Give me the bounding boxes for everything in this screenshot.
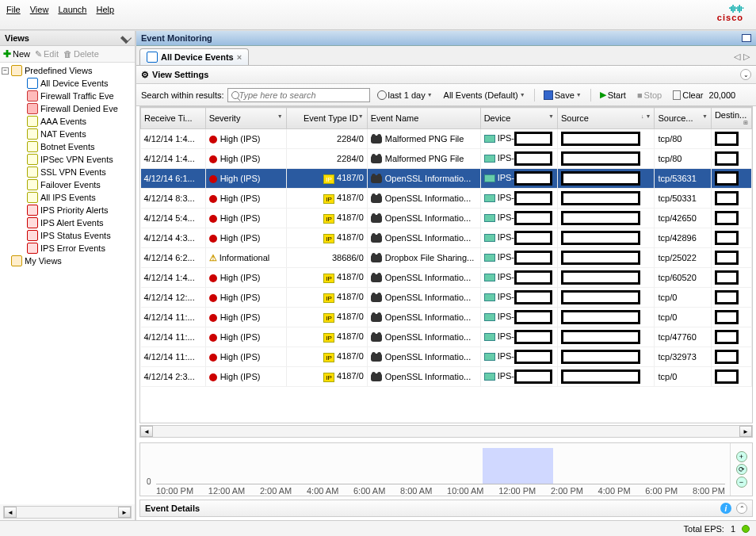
collapse-view-settings-icon[interactable]: ⌄ <box>740 69 751 80</box>
views-hscroll[interactable]: ◄► <box>3 506 132 519</box>
timeline-tick-label: 8:00 PM <box>693 486 725 496</box>
timeline-tick-label: 12:00 AM <box>208 486 245 496</box>
tree-item[interactable]: IPSec VPN Events <box>0 153 135 166</box>
timeline-tick-label: 2:00 AM <box>260 486 292 496</box>
column-picker-icon: ⊞ <box>743 120 748 126</box>
timeline-tick-label: 10:00 AM <box>447 486 483 496</box>
timeline-reset-icon[interactable]: ⟳ <box>736 464 747 475</box>
tree-item[interactable]: AAA Events <box>0 115 135 128</box>
expand-details-icon[interactable]: ⌃ <box>736 503 747 514</box>
col-source[interactable]: Source↓ ▼ <box>558 108 655 129</box>
timeline-tick-label: 4:00 AM <box>307 486 338 496</box>
search-icon <box>231 91 239 99</box>
menu-view[interactable]: View <box>30 5 49 14</box>
trash-icon <box>673 90 681 100</box>
my-views-node[interactable]: My Views <box>0 255 135 267</box>
edit-view-button[interactable]: ✎Edit <box>35 49 59 59</box>
table-row[interactable]: 4/12/14 6:2...⚠ Informational38686/0Drop… <box>141 248 752 268</box>
save-icon <box>544 90 553 100</box>
timeline-tick-label: 6:00 AM <box>353 486 385 496</box>
tree-item[interactable]: All Device Events <box>0 77 135 90</box>
tree-item[interactable]: IPS Priority Alerts <box>0 204 135 216</box>
tree-item[interactable]: Failover Events <box>0 178 135 191</box>
search-input[interactable] <box>239 90 366 100</box>
views-tree: −Predefined Views All Device EventsFirew… <box>0 63 135 504</box>
device-icon <box>484 234 495 242</box>
table-row[interactable]: 4/12/14 2:3...High (IPS)IP4187/0OpenSSL … <box>141 367 752 387</box>
info-icon[interactable]: i <box>720 503 731 514</box>
binoculars-icon <box>371 334 382 342</box>
tab-next-icon[interactable]: ▷ <box>743 52 750 62</box>
panel-window-icon[interactable] <box>742 34 751 42</box>
tree-item[interactable]: IPS Alert Events <box>0 216 135 229</box>
tab-prev-icon[interactable]: ◁ <box>734 52 740 62</box>
gear-icon: ⚙ <box>141 70 149 80</box>
new-view-button[interactable]: ✚New <box>3 48 30 59</box>
timeline-zoom-in-icon[interactable]: + <box>736 451 747 462</box>
tree-item[interactable]: IPS Error Events <box>0 242 135 255</box>
table-row[interactable]: 4/12/14 8:3...High (IPS)IP4187/0OpenSSL … <box>141 189 752 209</box>
col-receive-time[interactable]: Receive Ti... <box>141 108 206 129</box>
start-button[interactable]: ▶ Start <box>596 87 630 102</box>
save-button[interactable]: Save▼ <box>540 88 586 102</box>
status-led-icon <box>742 525 750 533</box>
device-icon <box>484 293 495 301</box>
menu-help[interactable]: Help <box>96 5 114 14</box>
play-icon: ▶ <box>600 90 606 100</box>
tab-all-device-events[interactable]: All Device Events × <box>139 48 249 65</box>
table-row[interactable]: 4/12/14 4:3...High (IPS)IP4187/0OpenSSL … <box>141 228 752 248</box>
table-row[interactable]: 4/12/14 1:4...High (IPS)IP4187/0OpenSSL … <box>141 268 752 288</box>
table-row[interactable]: 4/12/14 11:...High (IPS)IP4187/0OpenSSL … <box>141 308 752 327</box>
pin-icon[interactable] <box>120 33 132 44</box>
filter-dropdown[interactable]: All Events (Default)▼ <box>440 88 529 102</box>
stop-button[interactable]: ■ Stop <box>633 88 666 102</box>
binoculars-icon <box>371 175 382 183</box>
col-source-service[interactable]: Source...▼ <box>655 108 711 129</box>
events-grid[interactable]: Receive Ti... Severity▼ Event Type ID▼ E… <box>139 106 753 423</box>
grid-hscroll[interactable]: ◄► <box>139 425 753 438</box>
timeline[interactable]: 0 10:00 PM12:00 AM2:00 AM4:00 AM6:00 AM8… <box>139 442 753 496</box>
table-row[interactable]: 4/12/14 1:4...High (IPS)2284/0Malformed … <box>141 149 752 169</box>
tree-item[interactable]: IPS Status Events <box>0 229 135 242</box>
time-range-dropdown[interactable]: last 1 day▼ <box>373 88 437 102</box>
total-eps-value: 1 <box>731 524 735 534</box>
binoculars-icon <box>371 195 382 203</box>
device-icon <box>484 214 495 222</box>
delete-view-button[interactable]: 🗑Delete <box>63 49 99 59</box>
timeline-tick-label: 12:00 PM <box>498 486 536 496</box>
table-row[interactable]: 4/12/14 12:...High (IPS)IP4187/0OpenSSL … <box>141 288 752 308</box>
close-tab-icon[interactable]: × <box>237 52 242 62</box>
tree-item[interactable]: Botnet Events <box>0 140 135 153</box>
timeline-zoom-out-icon[interactable]: − <box>736 477 747 488</box>
col-severity[interactable]: Severity▼ <box>205 108 286 129</box>
binoculars-icon <box>371 354 382 362</box>
table-row[interactable]: 4/12/14 1:4...High (IPS)2284/0Malformed … <box>141 129 752 149</box>
device-icon <box>484 254 495 262</box>
timeline-tick-label: 2:00 PM <box>551 486 583 496</box>
table-row[interactable]: 4/12/14 11:...High (IPS)IP4187/0OpenSSL … <box>141 347 752 367</box>
device-icon <box>484 194 495 202</box>
tree-item[interactable]: Firewall Traffic Eve <box>0 90 135 102</box>
col-device[interactable]: Device▼ <box>480 108 557 129</box>
table-row[interactable]: 4/12/14 5:4...High (IPS)IP4187/0OpenSSL … <box>141 209 752 228</box>
table-row[interactable]: 4/12/14 6:1...High (IPS)IP4187/0OpenSSL … <box>141 169 752 189</box>
views-panel: Views ✚New ✎Edit 🗑Delete −Predefined Vie… <box>0 31 136 520</box>
col-event-type-id[interactable]: Event Type ID▼ <box>286 108 367 129</box>
col-destination[interactable]: Destin...⊞ <box>711 108 751 129</box>
clear-button[interactable]: Clear 20,000 <box>669 88 739 102</box>
menu-launch[interactable]: Launch <box>58 5 86 14</box>
tree-item[interactable]: NAT Events <box>0 128 135 140</box>
total-eps-label: Total EPS: <box>684 524 724 534</box>
table-row[interactable]: 4/12/14 11:...High (IPS)IP4187/0OpenSSL … <box>141 327 752 347</box>
timeline-tick-label: 4:00 PM <box>598 486 631 496</box>
clock-icon <box>377 90 387 100</box>
predefined-views-node[interactable]: −Predefined Views <box>0 64 135 77</box>
tree-item[interactable]: All IPS Events <box>0 191 135 204</box>
tree-item[interactable]: SSL VPN Events <box>0 166 135 178</box>
col-event-name[interactable]: Event Name <box>367 108 480 129</box>
menu-file[interactable]: File <box>6 5 21 14</box>
tree-item[interactable]: Firewall Denied Eve <box>0 102 135 115</box>
device-icon <box>484 155 495 163</box>
view-settings-label: View Settings <box>152 70 208 79</box>
menubar: File View Launch Help ·ı|ı·ı|ı· cisco <box>0 0 756 30</box>
